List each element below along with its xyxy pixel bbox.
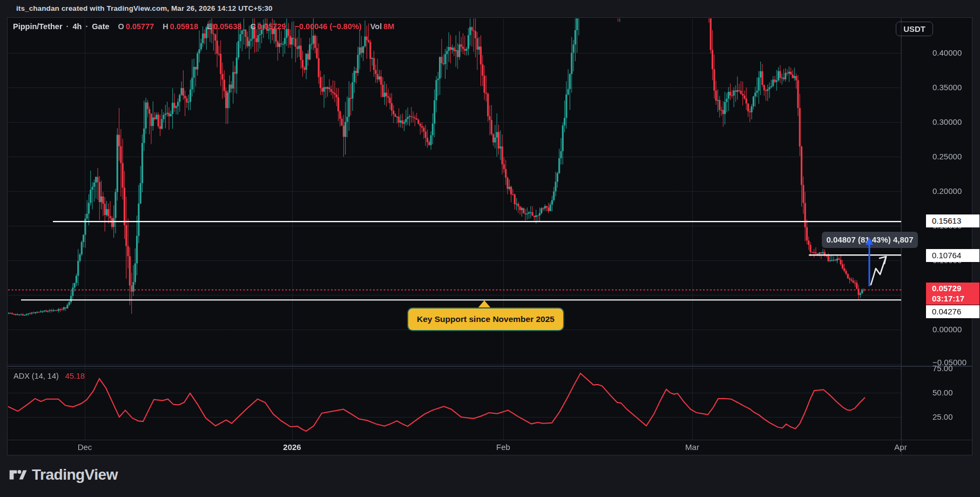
time-tick-Apr: Apr bbox=[894, 442, 907, 452]
volume-value: 8M bbox=[383, 22, 394, 31]
open-value: 0.05777 bbox=[126, 22, 154, 31]
bar-countdown: 03:17:17 bbox=[932, 293, 979, 304]
last-price-axis-label: 0.05729 03:17:17 bbox=[926, 283, 979, 305]
symbol-legend: Pippin/Tether · 4h · Gate O0.05777 H0.05… bbox=[13, 22, 396, 31]
time-tick-Dec: Dec bbox=[78, 442, 92, 452]
price-tick: 50.00 bbox=[932, 387, 979, 398]
price-tick: 0.25000 bbox=[932, 151, 979, 162]
time-tick-Mar: Mar bbox=[685, 442, 699, 452]
callout-pointer bbox=[478, 300, 491, 308]
line-price-label: 0.10764 bbox=[926, 249, 979, 262]
close-value: 0.05729 bbox=[258, 22, 286, 31]
price-tick: 0.20000 bbox=[932, 186, 979, 197]
price-range-measure-label[interactable]: 0.04807 (81.43%) 4,807 bbox=[822, 232, 918, 248]
support-callout[interactable]: Key Support since November 2025 bbox=[407, 307, 564, 331]
chart-container: Pippin/Tether · 4h · Gate O0.05777 H0.05… bbox=[7, 17, 972, 455]
high-value: 0.05918 bbox=[170, 22, 198, 31]
open-label: O bbox=[118, 22, 124, 31]
close-label: C bbox=[251, 22, 256, 31]
adx-indicator-legend: ADX (14, 14) 45.18 bbox=[13, 372, 85, 380]
currency-unit-button[interactable]: USDT bbox=[896, 22, 933, 36]
symbol-name: Pippin/Tether bbox=[13, 22, 63, 31]
high-label: H bbox=[163, 22, 168, 31]
attribution-text: its_chandan created with TradingView.com… bbox=[16, 4, 273, 12]
line-price-label: 0.15613 bbox=[926, 214, 979, 227]
line-price-label: 0.04276 bbox=[926, 305, 979, 318]
callout-text: Key Support since November 2025 bbox=[417, 314, 555, 324]
tradingview-logo-icon bbox=[9, 467, 27, 483]
low-value: 0.05638 bbox=[213, 22, 241, 31]
time-tick-Feb: Feb bbox=[496, 442, 510, 452]
price-tick: 25.00 bbox=[932, 412, 979, 422]
adx-value: 45.18 bbox=[65, 372, 85, 380]
tradingview-watermark: TradingView bbox=[9, 466, 118, 483]
price-tick: 0.40000 bbox=[932, 48, 979, 58]
last-price-value: 0.05729 bbox=[932, 283, 979, 293]
volume-label: Vol bbox=[370, 22, 382, 31]
low-label: L bbox=[207, 22, 212, 31]
price-tick: 75.00 bbox=[932, 363, 979, 374]
time-tick-2026: 2026 bbox=[283, 442, 301, 452]
exchange-label: Gate bbox=[92, 22, 109, 31]
brand-name: TradingView bbox=[32, 466, 118, 483]
interval-label: 4h bbox=[72, 22, 82, 31]
price-tick: 0.00000 bbox=[932, 324, 979, 335]
price-tick: 0.35000 bbox=[932, 82, 979, 93]
price-tick: 0.30000 bbox=[932, 117, 979, 127]
adx-name: ADX (14, 14) bbox=[13, 372, 59, 380]
change-value: −0.00046 (−0.80%) bbox=[295, 22, 362, 31]
